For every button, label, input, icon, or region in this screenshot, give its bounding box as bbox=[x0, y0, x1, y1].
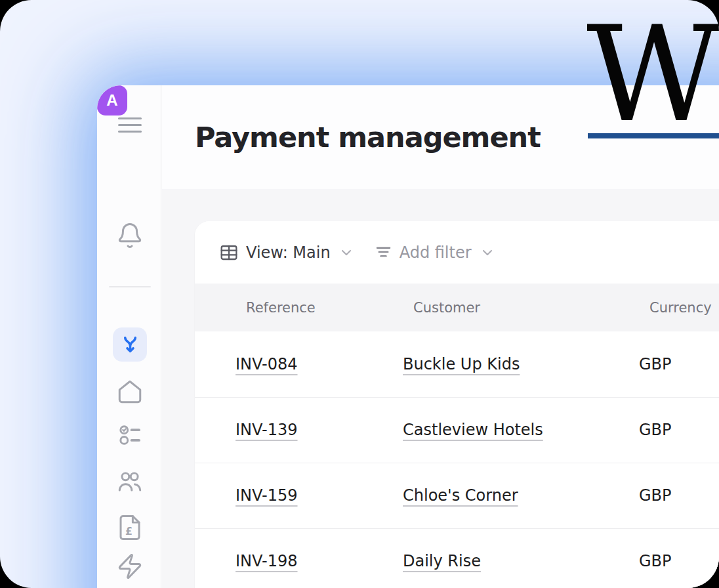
customer-link[interactable]: Chloe's Corner bbox=[403, 486, 518, 505]
add-filter-label: Add filter bbox=[400, 243, 472, 262]
currency-value: GBP bbox=[639, 421, 672, 439]
page-title: Payment management bbox=[195, 121, 541, 154]
payments-table: Reference Customer Currency INV-084Buckl… bbox=[195, 284, 719, 588]
reference-link[interactable]: INV-139 bbox=[236, 421, 298, 439]
chevron-down-icon bbox=[480, 245, 495, 261]
sidebar-item-home[interactable] bbox=[113, 375, 147, 409]
menu-icon bbox=[118, 117, 142, 119]
table-body: INV-084Buckle Up KidsGBPINV-139Castlevie… bbox=[195, 331, 719, 588]
column-header-reference: Reference bbox=[195, 284, 362, 331]
notifications-button[interactable] bbox=[113, 219, 147, 253]
filter-lines-icon bbox=[375, 243, 392, 261]
app-window: A bbox=[97, 85, 719, 588]
currency-value: GBP bbox=[639, 355, 672, 373]
table-row: INV-084Buckle Up KidsGBP bbox=[195, 331, 719, 397]
users-icon bbox=[116, 468, 144, 495]
view-selector[interactable]: View: Main bbox=[218, 242, 354, 263]
invoice-pound-icon: £ bbox=[116, 514, 144, 541]
sidebar-item-tasks[interactable] bbox=[113, 418, 147, 452]
content-area: View: Main Add filter bbox=[162, 189, 719, 588]
reference-link[interactable]: INV-198 bbox=[236, 552, 298, 570]
sidebar-item-invoices[interactable]: £ bbox=[113, 511, 147, 545]
reference-link[interactable]: INV-084 bbox=[236, 355, 298, 373]
bell-icon bbox=[116, 222, 144, 249]
customer-link[interactable]: Buckle Up Kids bbox=[403, 355, 520, 373]
table-row: INV-139Castleview HotelsGBP bbox=[195, 397, 719, 463]
view-selector-label: View: Main bbox=[246, 243, 331, 262]
sidebar-item-automations[interactable] bbox=[113, 549, 147, 583]
add-filter-button[interactable]: Add filter bbox=[375, 243, 495, 262]
main-area: Payment management View: Main bbox=[162, 85, 719, 588]
svg-text:£: £ bbox=[125, 525, 133, 537]
app-screen: W A bbox=[0, 0, 719, 588]
sidebar-divider bbox=[109, 286, 151, 287]
checklist-icon bbox=[116, 421, 144, 449]
column-header-currency: Currency bbox=[598, 284, 719, 331]
chevron-down-icon bbox=[339, 245, 354, 261]
table-toolbar: View: Main Add filter bbox=[195, 221, 719, 284]
column-header-customer: Customer bbox=[362, 284, 598, 331]
home-icon bbox=[116, 378, 144, 406]
menu-button[interactable] bbox=[113, 108, 147, 142]
reference-link[interactable]: INV-159 bbox=[236, 486, 298, 505]
table-header-row: Reference Customer Currency bbox=[195, 284, 719, 331]
avatar-letter: A bbox=[106, 91, 117, 110]
sidebar: A bbox=[97, 85, 161, 588]
customer-link[interactable]: Castleview Hotels bbox=[403, 421, 543, 439]
currency-value: GBP bbox=[639, 552, 672, 570]
zap-icon bbox=[116, 553, 144, 580]
sidebar-item-customers[interactable] bbox=[113, 465, 147, 499]
brand-logo-w: W bbox=[586, 16, 719, 134]
table-row: INV-198Daily RiseGBP bbox=[195, 528, 719, 588]
currency-value: GBP bbox=[639, 486, 672, 505]
customer-link[interactable]: Daily Rise bbox=[403, 552, 481, 570]
table-icon bbox=[218, 242, 239, 263]
table-row: INV-159Chloe's CornerGBP bbox=[195, 463, 719, 528]
payments-card: View: Main Add filter bbox=[195, 221, 719, 588]
merge-icon bbox=[120, 335, 140, 355]
sidebar-item-payments-active[interactable] bbox=[113, 327, 147, 362]
